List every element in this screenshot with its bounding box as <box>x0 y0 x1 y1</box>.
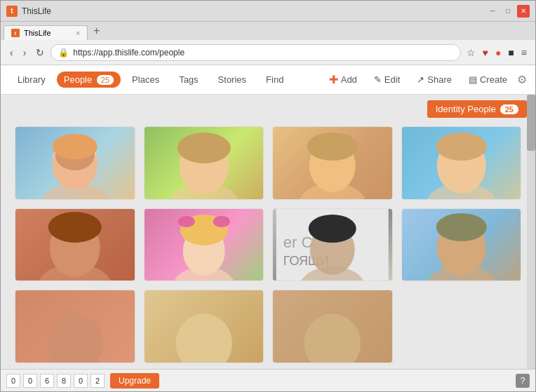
svg-point-10 <box>307 133 358 161</box>
svg-point-33 <box>304 314 361 363</box>
new-tab-button[interactable]: + <box>88 22 105 40</box>
person-card-partial1[interactable] <box>15 290 135 363</box>
identity-button-label: Identity People <box>436 104 496 114</box>
add-button[interactable]: ✚ Add <box>322 70 364 89</box>
person-card-serzha[interactable]: Сережа <box>401 208 522 282</box>
person-photo-oleg: er C ГОЯЩИ <box>273 209 392 282</box>
person-card-dima[interactable]: Дима <box>15 126 135 200</box>
create-icon: ▤ <box>469 74 477 85</box>
svg-point-12 <box>426 183 496 200</box>
person-card-nina[interactable]: Нина <box>15 208 135 282</box>
menu-icon[interactable]: ≡ <box>518 46 530 60</box>
svg-point-29 <box>426 265 496 282</box>
circle-icon[interactable]: ● <box>493 46 504 60</box>
create-button[interactable]: ▤ Create <box>462 72 514 88</box>
tab-favicon: t <box>11 29 20 37</box>
maximize-button[interactable]: □ <box>502 5 514 18</box>
counter-digit-0: 0 <box>6 374 20 388</box>
refresh-button[interactable]: ↻ <box>32 46 48 60</box>
tab-find[interactable]: Find <box>257 70 292 89</box>
nav-right-icons: ☆ ♥ ● ■ ≡ <box>464 46 530 60</box>
tab-library[interactable]: Library <box>9 70 54 89</box>
app-favicon: t <box>6 6 18 17</box>
help-button[interactable]: ? <box>516 374 530 388</box>
nav-bar: ‹ › ↻ 🔒 https://app.thislife.com/people … <box>1 40 535 65</box>
title-bar: t ThisLife ─ □ ✕ <box>1 1 535 22</box>
person-photo-partial1 <box>15 290 135 363</box>
person-photo-partial2 <box>145 290 264 363</box>
identity-people-button[interactable]: Identity People 25 <box>427 100 527 118</box>
scrollbar-thumb[interactable] <box>527 95 535 151</box>
forward-button[interactable]: › <box>20 46 30 60</box>
svg-point-6 <box>168 183 239 200</box>
tab-people[interactable]: People 25 <box>57 72 121 88</box>
svg-point-4 <box>53 134 98 159</box>
person-card-partial3[interactable] <box>272 290 393 363</box>
svg-point-27 <box>309 215 356 243</box>
svg-point-7 <box>177 133 230 163</box>
address-bar[interactable]: 🔒 https://app.thislife.com/people <box>51 44 460 61</box>
svg-text:er C: er C <box>283 234 313 251</box>
identity-badge: 25 <box>500 104 518 114</box>
tab-bar: t ThisLife × + <box>1 22 535 40</box>
svg-point-21 <box>213 216 229 227</box>
browser-window: t ThisLife ─ □ ✕ t ThisLife × + ‹ › ↻ 🔒 … <box>0 0 536 392</box>
svg-point-18 <box>173 266 234 282</box>
lock-icon: 🔒 <box>58 48 69 58</box>
content-area: Identity People 25 <box>1 95 535 369</box>
scrollbar[interactable] <box>527 95 535 369</box>
counter-digit-3: 8 <box>57 374 71 388</box>
svg-point-15 <box>39 264 112 282</box>
tab-stories[interactable]: Stories <box>210 70 255 89</box>
upgrade-button[interactable]: Upgrade <box>110 373 159 388</box>
counter-digit-4: 0 <box>74 374 88 388</box>
person-photo-partial3 <box>273 290 392 363</box>
svg-point-32 <box>175 314 232 363</box>
close-button[interactable]: ✕ <box>517 5 530 18</box>
tab-tags[interactable]: Tags <box>170 70 206 89</box>
tab-title: ThisLife <box>22 6 486 16</box>
url-text: https://app.thislife.com/people <box>73 48 453 58</box>
back-button[interactable]: ‹ <box>6 46 17 60</box>
person-card-oleg[interactable]: er C ГОЯЩИ Олег <box>272 208 393 282</box>
window-controls: ─ □ ✕ <box>486 5 530 18</box>
tab-places[interactable]: Places <box>123 70 168 89</box>
svg-point-20 <box>177 216 194 227</box>
bookmark-star-icon[interactable]: ☆ <box>464 46 478 60</box>
person-card-partial2[interactable] <box>144 290 264 363</box>
person-photo-katya <box>145 127 264 200</box>
svg-point-9 <box>299 183 366 200</box>
share-icon: ↗ <box>417 74 424 85</box>
tab-close-icon[interactable]: × <box>76 29 80 37</box>
tab-label: ThisLife <box>24 29 51 37</box>
minimize-button[interactable]: ─ <box>486 5 499 18</box>
pencil-icon: ✎ <box>374 74 382 85</box>
browser-tab-thislife[interactable]: t ThisLife × <box>4 25 88 40</box>
share-button[interactable]: ↗ Share <box>410 72 459 88</box>
person-photo-serzha <box>402 209 521 282</box>
svg-point-16 <box>48 212 102 243</box>
identity-bar: Identity People 25 <box>1 95 535 121</box>
people-grid: Дима Катя Грозян <box>1 121 535 369</box>
person-card-katya[interactable]: Катя Грозян <box>144 126 264 200</box>
plus-icon: ✚ <box>329 73 338 86</box>
counter-digit-2: 6 <box>40 374 54 388</box>
person-photo-ludmila <box>402 127 521 200</box>
person-card-littlegirl[interactable]: little girl <box>144 208 264 282</box>
app-toolbar: Library People 25 Places Tags Stories Fi… <box>1 65 535 95</box>
person-card-lyuda[interactable]: Люда <box>272 126 393 200</box>
square-icon[interactable]: ■ <box>505 46 516 60</box>
heart-icon[interactable]: ♥ <box>480 46 491 60</box>
edit-button[interactable]: ✎ Edit <box>367 72 407 88</box>
svg-point-30 <box>436 213 486 241</box>
gear-icon[interactable]: ⚙ <box>517 73 527 86</box>
person-photo-nina <box>15 209 135 282</box>
people-badge: 25 <box>97 75 114 85</box>
counter-digit-5: 2 <box>91 374 105 388</box>
svg-point-2 <box>41 183 109 200</box>
person-photo-dima <box>15 127 135 200</box>
person-card-ludmila[interactable]: Ludmila <box>401 126 522 200</box>
svg-point-31 <box>46 314 103 363</box>
person-photo-lyuda <box>273 127 392 200</box>
bottom-bar: 0 0 6 8 0 2 Upgrade ? <box>1 369 535 391</box>
